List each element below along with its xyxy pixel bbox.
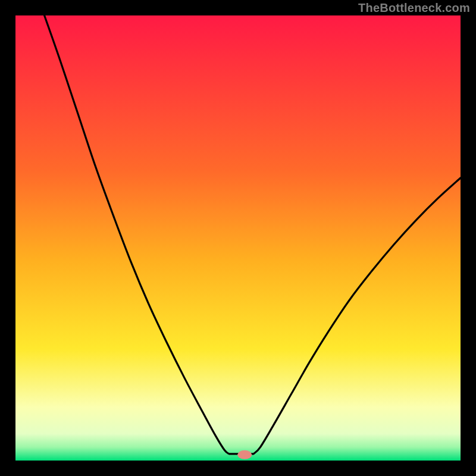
chart-root: TheBottleneck.com — [0, 0, 476, 476]
plot-background-gradient — [15, 15, 461, 461]
watermark-text: TheBottleneck.com — [358, 1, 470, 15]
chart-svg — [0, 0, 476, 476]
optimum-marker — [237, 450, 252, 459]
